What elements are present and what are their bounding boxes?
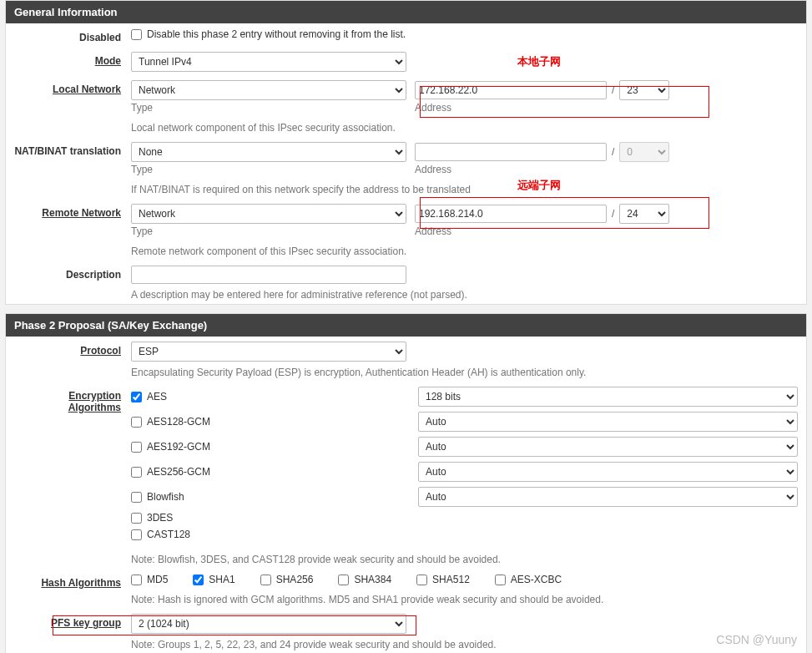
annotation-remote: 远端子网 <box>517 178 561 193</box>
note-hash: Note: Hash is ignored with GCM algorithm… <box>131 594 798 605</box>
label-local-network: Local Network <box>53 84 121 95</box>
row-mode: Mode Tunnel IPv4 <box>6 47 806 75</box>
desc-local-network: Local network component of this IPsec se… <box>131 122 798 134</box>
label-disabled: Disabled <box>14 28 131 43</box>
input-remote-address[interactable] <box>415 205 607 223</box>
label-enc-name: AES <box>147 391 167 402</box>
label-enc-name: CAST128 <box>147 529 190 540</box>
select-local-prefix[interactable]: 23 <box>619 80 669 100</box>
hash-item: SHA384 <box>338 574 391 585</box>
row-pfs: PFS key group 2 (1024 bit) Note: Groups … <box>6 609 806 653</box>
encryption-row: CAST128 <box>131 529 798 540</box>
hash-item: SHA256 <box>260 574 314 585</box>
checkbox-enc-cast128[interactable] <box>131 529 142 540</box>
select-remote-type[interactable]: Network <box>131 204 406 224</box>
encryption-row: 3DES <box>131 512 798 524</box>
checkbox-enc-aes128-gcm[interactable] <box>131 417 142 428</box>
desc-remote-network: Remote network component of this IPsec s… <box>131 246 798 257</box>
checkbox-enc-aes[interactable] <box>131 392 142 402</box>
panel-phase2-proposal: Phase 2 Proposal (SA/Key Exchange) Proto… <box>5 313 807 653</box>
label-hash-name: SHA512 <box>432 574 470 585</box>
checkbox-enc-aes256-gcm[interactable] <box>131 467 142 478</box>
select-protocol[interactable]: ESP <box>131 342 406 362</box>
label-nat: NAT/BINAT translation <box>14 142 131 175</box>
row-description: Description A description may be entered… <box>6 261 806 304</box>
encryption-row: AES128-GCMAuto <box>131 412 798 432</box>
select-enc-bits[interactable]: Auto <box>418 487 798 507</box>
hint-nat-address: Address <box>415 164 798 175</box>
row-remote-network: Remote Network Network Type / 24 Address <box>6 199 806 240</box>
select-nat-prefix: 0 <box>619 142 669 162</box>
checkbox-hash-sha1[interactable] <box>193 575 204 585</box>
checkbox-hash-sha256[interactable] <box>260 575 271 585</box>
select-enc-bits[interactable]: 128 bits <box>418 387 798 407</box>
encryption-row: AES128 bits <box>131 387 798 407</box>
select-nat-type[interactable]: None <box>131 142 406 162</box>
note-pfs: Note: Groups 1, 2, 5, 22, 23, and 24 pro… <box>131 639 798 650</box>
checkbox-hash-sha512[interactable] <box>416 575 427 585</box>
row-disabled: Disabled Disable this phase 2 entry with… <box>6 23 806 47</box>
row-encryption: Encryption Algorithms AES128 bitsAES128-… <box>6 382 806 549</box>
panel-header-general: General Information <box>6 1 806 23</box>
row-local-network: Local Network Network Type / 23 Address <box>6 75 806 117</box>
hint-remote-type: Type <box>131 225 408 237</box>
encryption-row: AES256-GCMAuto <box>131 462 798 482</box>
checkbox-enc-aes192-gcm[interactable] <box>131 442 142 453</box>
panel-general-information: General Information Disabled Disable thi… <box>5 0 807 305</box>
select-remote-prefix[interactable]: 24 <box>619 204 669 224</box>
encryption-row: BlowfishAuto <box>131 487 798 507</box>
label-encryption: Encryption Algorithms <box>68 390 121 413</box>
checkbox-disabled[interactable] <box>131 29 142 40</box>
input-description[interactable] <box>131 266 406 284</box>
row-hash: Hash Algorithms MD5SHA1SHA256SHA384SHA51… <box>6 569 806 609</box>
label-hash-name: SHA256 <box>276 574 314 585</box>
hash-item: SHA512 <box>416 574 470 585</box>
slash-icon: / <box>612 146 614 158</box>
checkbox-hash-sha384[interactable] <box>338 575 349 585</box>
checkbox-hash-md5[interactable] <box>131 575 142 585</box>
hint-remote-address: Address <box>415 225 798 237</box>
select-enc-bits[interactable]: Auto <box>418 412 798 432</box>
label-pfs: PFS key group <box>51 617 121 629</box>
hint-nat-type: Type <box>131 164 408 175</box>
slash-icon: / <box>612 84 614 96</box>
label-enc-name: AES256-GCM <box>147 466 210 478</box>
watermark: CSDN @Yuuny <box>716 633 797 646</box>
label-enc-name: AES128-GCM <box>147 416 210 428</box>
label-remote-network: Remote Network <box>42 207 121 219</box>
label-hash-name: MD5 <box>147 574 168 585</box>
label-hash-name: SHA384 <box>354 574 391 585</box>
hint-local-type: Type <box>131 102 408 114</box>
label-mode: Mode <box>95 55 121 67</box>
text-disabled-desc: Disable this phase 2 entry without remov… <box>147 28 406 40</box>
hash-item: MD5 <box>131 574 168 585</box>
note-encryption: Note: Blowfish, 3DES, and CAST128 provid… <box>131 554 798 565</box>
select-mode[interactable]: Tunnel IPv4 <box>131 52 406 72</box>
label-hash-name: SHA1 <box>209 574 235 585</box>
checkbox-hash-aes-xcbc[interactable] <box>495 575 506 585</box>
desc-protocol: Encapsulating Security Payload (ESP) is … <box>131 367 798 378</box>
row-nat-binat: NAT/BINAT translation None Type / 0 Addr… <box>6 137 806 179</box>
checkbox-enc-blowfish[interactable] <box>131 492 142 503</box>
label-hash-name: AES-XCBC <box>511 574 562 585</box>
hint-local-address: Address <box>415 102 798 114</box>
select-enc-bits[interactable]: Auto <box>418 462 798 482</box>
select-enc-bits[interactable]: Auto <box>418 437 798 457</box>
select-pfs[interactable]: 2 (1024 bit) <box>131 614 406 634</box>
label-description: Description <box>14 266 131 301</box>
panel-header-phase2: Phase 2 Proposal (SA/Key Exchange) <box>6 314 806 337</box>
row-protocol: Protocol ESP Encapsulating Security Payl… <box>6 337 806 382</box>
slash-icon: / <box>612 208 614 220</box>
label-enc-name: 3DES <box>147 512 173 524</box>
hash-item: AES-XCBC <box>495 574 562 585</box>
select-local-type[interactable]: Network <box>131 80 406 100</box>
input-local-address[interactable] <box>415 81 607 99</box>
label-enc-name: Blowfish <box>147 491 184 503</box>
input-nat-address <box>415 143 607 161</box>
checkbox-enc-3des[interactable] <box>131 513 142 524</box>
annotation-local: 本地子网 <box>517 54 561 69</box>
label-enc-name: AES192-GCM <box>147 441 210 453</box>
encryption-row: AES192-GCMAuto <box>131 437 798 457</box>
desc-nat: If NAT/BINAT is required on this network… <box>131 184 798 195</box>
desc-description: A description may be entered here for ad… <box>131 289 798 301</box>
